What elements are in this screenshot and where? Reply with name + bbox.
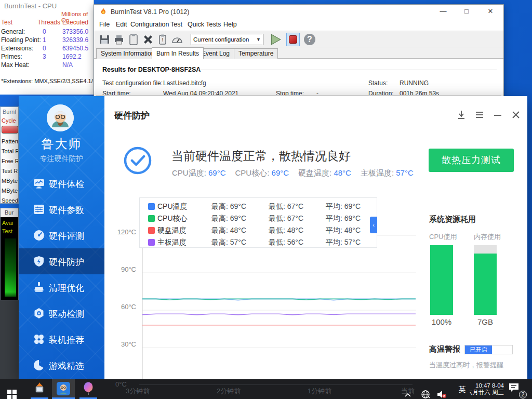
brand-slogan: 专注硬件防护 (19, 154, 104, 164)
sidebar-item-hardware-params[interactable]: 硬件参数 (19, 196, 104, 222)
alarm-toggle[interactable]: 已开启 (464, 345, 513, 354)
avatar (47, 104, 74, 131)
cycle-label: Cycle (2, 117, 16, 124)
globe-no-internet-icon[interactable] (421, 384, 430, 399)
gauge-icon (33, 230, 45, 241)
burnintest-window: BurnInTest V8.1 Pro (1012) — □ ✕ File Ed… (94, 4, 504, 96)
print-icon[interactable] (113, 33, 125, 46)
minimize-button[interactable]: — (434, 5, 452, 19)
resources-title: 系统资源耗用 (429, 215, 476, 224)
configuration-dropdown[interactable]: Current configuration ▼ (191, 34, 263, 45)
clipboard-icon[interactable] (127, 33, 140, 46)
cpu-usage-label: CPU使用 (429, 232, 457, 242)
svg-text:!: ! (162, 37, 164, 43)
window-title: BurnInTest V8.1 Pro (1012) (111, 8, 189, 16)
sliders-icon (33, 204, 45, 215)
sidebar-item-driver-detect[interactable]: 驱动检测 (19, 300, 104, 326)
menu-configuration[interactable]: Configuration (130, 21, 169, 28)
close-icon[interactable] (511, 110, 521, 120)
minimize-icon[interactable] (493, 110, 503, 120)
progress-bar (2, 126, 18, 134)
download-icon[interactable] (456, 110, 467, 120)
check-circle-icon (123, 146, 152, 175)
stop-icon[interactable] (286, 33, 300, 46)
status-headline: 当前硬件温度正常，散热情况良好 (171, 148, 351, 164)
chart-legend: CPU温度最高: 69°C最低: 67°C平均: 69°C CPU核心最高: 6… (139, 197, 377, 248)
config-file-value: LastUsed.bitcfg (163, 79, 206, 87)
y-tick: 90°C (113, 265, 136, 273)
stress-test-button[interactable]: 散热压力测试 (429, 149, 514, 172)
tab-burn-in-results[interactable]: Burn In Results (152, 47, 204, 59)
chevron-down-icon: ▼ (256, 34, 261, 45)
titlebar[interactable]: BurnInTest V8.1 Pro (1012) — □ ✕ (94, 5, 503, 19)
notification-badge: 2 (519, 391, 527, 398)
menu-help[interactable]: Help (223, 21, 237, 28)
legend-collapse-tab[interactable]: ‹ (370, 217, 377, 233)
results-panel: Results for DESKTOP-8HSF2SA Test configu… (94, 59, 503, 96)
results-title: Results for DESKTOP-8HSF2SA (102, 66, 201, 73)
delete-icon[interactable] (142, 33, 154, 46)
help-icon[interactable]: ? (304, 34, 315, 45)
shield-bolt-icon (33, 256, 45, 267)
brush-icon (33, 282, 45, 293)
legend-swatch (148, 239, 155, 246)
notification-center-icon[interactable]: 2 (508, 383, 526, 396)
nut-icon (33, 308, 45, 319)
legend-row: CPU温度最高: 69°C最低: 67°C平均: 69°C (140, 201, 378, 213)
menu-test[interactable]: Test (170, 21, 182, 28)
cpu-usage-value: 100% (430, 317, 453, 326)
sidebar-item-hardware-check[interactable]: 硬件体检 (19, 170, 104, 196)
speaker-muted-icon[interactable] (436, 384, 447, 399)
menu-icon[interactable] (474, 110, 485, 120)
cpu-usage-bar (430, 245, 453, 315)
tab-bar: System Information Burn In Results Event… (94, 47, 503, 59)
chart-x-label: 2分钟前 (217, 387, 241, 396)
y-tick: 60°C (113, 303, 136, 311)
toolbar: ! Current configuration ▼ ? (94, 31, 503, 47)
legend-swatch (148, 227, 155, 234)
test-duty-icon[interactable]: ! (156, 33, 169, 46)
legend-row: 主板温度最高: 57°C最低: 56°C平均: 57°C (140, 237, 378, 249)
taskbar-burnintest-icon[interactable] (28, 379, 51, 399)
tab-system-information[interactable]: System Information (96, 48, 159, 59)
game-icon (33, 360, 45, 371)
memory-usage-value: 7GB (474, 317, 497, 326)
sidebar-item-clean-optimize[interactable]: 清理优化 (19, 274, 104, 300)
monitor-chart-icon (33, 178, 45, 189)
taskbar-ludashi-icon[interactable] (52, 379, 75, 399)
sidebar-item-game-select[interactable]: 游戏精选 (19, 352, 104, 378)
start-icon[interactable] (7, 384, 17, 399)
sidebar-item-hardware-protection[interactable]: 硬件防护 (19, 248, 104, 274)
menubar: File Edit Configuration Test Quick Tests… (94, 19, 503, 31)
y-tick: 120°C (113, 228, 136, 236)
legend-swatch (148, 203, 155, 210)
window-title: Bur (1, 208, 19, 217)
status-value: RUNNING (400, 79, 429, 87)
menu-edit[interactable]: Edit (116, 21, 127, 28)
cpu-window-title: BurnInTest - CPU (4, 2, 57, 10)
temperature-summary: CPU温度: 69°CCPU核心: 69°C硬盘温度: 48°C主板温度: 57… (172, 168, 423, 178)
sidebar-item-hardware-benchmark[interactable]: 硬件评测 (19, 222, 104, 248)
taskbar-clock[interactable]: 8-04 10:47 六月廿六 周三 (470, 379, 504, 399)
legend-row: CPU核心最高: 69°C最低: 67°C平均: 69°C (140, 213, 378, 225)
maximize-button[interactable]: □ (458, 5, 475, 19)
close-button[interactable]: ✕ (482, 5, 499, 19)
gauge-icon[interactable] (171, 33, 183, 46)
col-executed: Executed (62, 19, 88, 26)
y-tick: 30°C (113, 340, 136, 348)
burnintest-memory-window: BurnI Cycle Pattern Total R Free R Test … (0, 107, 19, 204)
play-icon[interactable] (269, 33, 282, 46)
input-language-indicator[interactable]: 英 (459, 379, 466, 399)
sidebar-item-build-recommend[interactable]: 装机推荐 (19, 326, 104, 352)
col-threads: Threads (37, 19, 60, 26)
menu-quick-tests[interactable]: Quick Tests (188, 21, 221, 28)
show-hidden-icons-chevron[interactable] (404, 385, 411, 399)
chart-y-zero-label: 0°C (115, 380, 127, 388)
taskbar-balloon-icon[interactable] (77, 379, 100, 399)
tab-temperature[interactable]: Temperature (234, 48, 278, 59)
chart-x-label: 3分钟前 (126, 387, 150, 396)
window-title: BurnI (3, 109, 16, 115)
save-icon[interactable] (98, 33, 111, 46)
alarm-title: 高温警报 (429, 344, 460, 354)
menu-file[interactable]: File (99, 21, 110, 28)
